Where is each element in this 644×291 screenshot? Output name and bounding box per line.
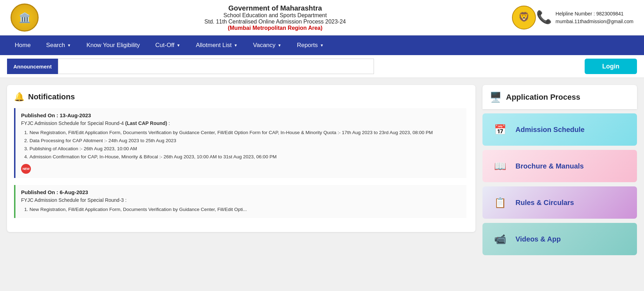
notification-item: Published On : 6-Aug-2023 FYJC Admission… bbox=[14, 185, 466, 218]
card-brochure-manuals[interactable]: 📖 Brochure & Manuals bbox=[482, 150, 637, 182]
list-item: New Registration, Fill/Edit Application … bbox=[29, 129, 461, 137]
announcement-input[interactable] bbox=[58, 59, 374, 74]
bell-icon: 🔔 bbox=[14, 92, 25, 102]
notif-list-1: New Registration, Fill/Edit Application … bbox=[21, 129, 461, 161]
notifications-title: 🔔 Notifications bbox=[14, 92, 468, 102]
helpline-number: Helpline Number : 9823009841 bbox=[556, 10, 633, 18]
app-process-icon: 🖥️ bbox=[489, 91, 502, 103]
nav-search[interactable]: Search ▼ bbox=[38, 35, 79, 55]
chevron-down-icon: ▼ bbox=[278, 43, 282, 47]
nav-home[interactable]: Home bbox=[7, 35, 38, 55]
announcement-bar: Announcement Login bbox=[0, 55, 644, 78]
new-badge: NEW bbox=[21, 164, 31, 174]
notification-item: Published On : 13-Aug-2023 FYJC Admissio… bbox=[14, 108, 466, 178]
nav-allotment[interactable]: Allotment List ▼ bbox=[188, 35, 245, 55]
notif-list-2: New Registration, Fill/Edit Application … bbox=[21, 206, 461, 214]
header-center: Government of Maharashtra School Educati… bbox=[39, 4, 512, 31]
app-process-panel: 🖥️ Application Process 📅 Admission Sched… bbox=[482, 85, 637, 259]
svg-text:🦁: 🦁 bbox=[518, 11, 530, 22]
login-button[interactable]: Login bbox=[585, 59, 637, 74]
region-name: (Mumbai Metropolitan Region Area) bbox=[39, 25, 512, 31]
announcement-label: Announcement bbox=[7, 59, 58, 74]
book-icon: 📖 bbox=[491, 157, 509, 175]
video-icon: 📹 bbox=[491, 230, 509, 248]
dept-name: School Education and Sports Department bbox=[39, 12, 512, 19]
main-content: 🔔 Notifications Published On : 13-Aug-20… bbox=[0, 78, 644, 266]
nav-reports[interactable]: Reports ▼ bbox=[289, 35, 331, 55]
logo-left: 🏛️ bbox=[11, 4, 39, 32]
card-videos-app[interactable]: 📹 Videos & App bbox=[482, 223, 637, 255]
maharashtra-logo: 🏛️ bbox=[11, 4, 39, 32]
notif-title-2: FYJC Admission Schedule for Special Roun… bbox=[21, 197, 461, 203]
page-header: 🏛️ Government of Maharashtra School Educ… bbox=[0, 0, 644, 35]
nav-eligibility[interactable]: Know Your Eligibility bbox=[79, 35, 147, 55]
nav-vacancy[interactable]: Vacancy ▼ bbox=[245, 35, 289, 55]
list-item: Admission Confirmation for CAP, In-House… bbox=[29, 153, 461, 161]
calendar-icon: 📅 bbox=[491, 120, 509, 139]
gov-name: Government of Maharashtra bbox=[39, 4, 512, 12]
helpline-email: mumbai.11thadmission@gmail.com bbox=[556, 18, 633, 25]
helpline-section: 📞 Helpline Number : 9823009841 mumbai.11… bbox=[536, 10, 633, 26]
admission-title: Std. 11th Centralised Online Admission P… bbox=[39, 19, 512, 25]
chevron-down-icon: ▼ bbox=[67, 43, 71, 47]
list-item: Data Processing for CAP Allotment :- 24t… bbox=[29, 137, 461, 145]
app-cards: 📅 Admission Schedule 📖 Brochure & Manual… bbox=[482, 113, 637, 259]
chevron-down-icon: ▼ bbox=[234, 43, 238, 47]
nav-cutoff[interactable]: Cut-Off ▼ bbox=[147, 35, 188, 55]
document-icon: 📋 bbox=[491, 193, 509, 212]
card-admission-schedule[interactable]: 📅 Admission Schedule bbox=[482, 113, 637, 146]
chevron-down-icon: ▼ bbox=[320, 43, 324, 47]
card-rules-circulars[interactable]: 📋 Rules & Circulars bbox=[482, 186, 637, 219]
app-process-title: 🖥️ Application Process bbox=[482, 85, 637, 109]
chevron-down-icon: ▼ bbox=[177, 43, 180, 47]
list-item: New Registration, Fill/Edit Application … bbox=[29, 206, 461, 214]
phone-icon: 📞 bbox=[536, 10, 552, 25]
notifications-panel: 🔔 Notifications Published On : 13-Aug-20… bbox=[7, 85, 475, 232]
notifications-scroll[interactable]: Published On : 13-Aug-2023 FYJC Admissio… bbox=[14, 108, 468, 225]
notif-date-2: Published On : 6-Aug-2023 bbox=[21, 189, 461, 195]
main-nav: Home Search ▼ Know Your Eligibility Cut-… bbox=[0, 35, 644, 55]
list-item: Publishing of Allocation :- 26th Aug 202… bbox=[29, 145, 461, 153]
notif-date-1: Published On : 13-Aug-2023 bbox=[21, 112, 461, 118]
ashoka-logo: 🦁 bbox=[512, 5, 536, 30]
notif-title-1: FYJC Admission Schedule for Special Roun… bbox=[21, 120, 461, 126]
